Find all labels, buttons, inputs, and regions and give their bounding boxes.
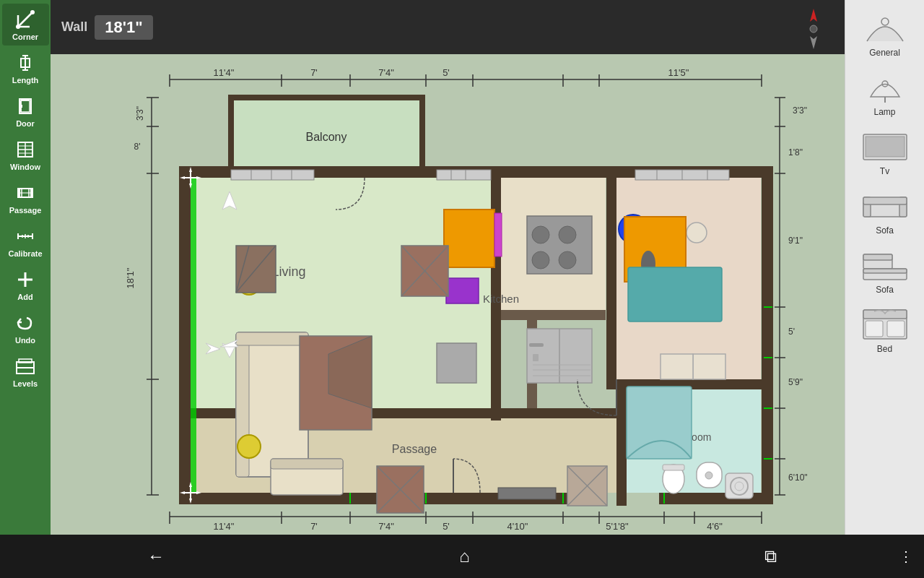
svg-text:4'10": 4'10" (507, 521, 528, 532)
svg-point-4 (30, 10, 35, 14)
svg-rect-155 (444, 210, 494, 267)
svg-rect-54 (887, 321, 905, 337)
svg-text:3'3": 3'3" (793, 105, 807, 116)
levels-icon (14, 355, 37, 378)
svg-rect-189 (661, 354, 693, 379)
top-bar: Wall 18'1" (51, 0, 845, 54)
svg-text:Passage: Passage (392, 443, 437, 455)
svg-rect-166 (533, 354, 539, 361)
levels-tool[interactable]: Levels (2, 350, 49, 392)
tv-preview (856, 125, 914, 165)
svg-text:7': 7' (310, 521, 318, 532)
svg-text:3'3": 3'3" (135, 106, 145, 121)
wall-label: Wall (61, 20, 87, 35)
passage-tool[interactable]: Passage (2, 177, 49, 219)
svg-rect-115 (762, 166, 773, 499)
sofa1-label: Sofa (876, 225, 894, 236)
svg-rect-130 (616, 379, 627, 506)
svg-rect-157 (494, 213, 502, 256)
floorplan-svg: 11'4" 7' 7'4" 5' 11'5" 11'4" 7' 7'4" 5' … (51, 54, 845, 535)
sofa2-label: Sofa (876, 285, 894, 295)
svg-text:18'1": 18'1" (125, 267, 136, 288)
furniture-bed[interactable]: Bed (849, 300, 921, 357)
svg-point-38 (881, 18, 889, 25)
bed-label: Bed (877, 344, 892, 354)
furniture-sofa1[interactable]: Sofa (849, 181, 921, 238)
length-tool[interactable]: Length (2, 47, 49, 89)
general-preview (856, 7, 914, 46)
svg-rect-140 (236, 332, 308, 345)
svg-rect-136 (501, 310, 606, 320)
svg-text:9'1": 9'1" (788, 236, 803, 246)
back-button[interactable]: ← (133, 540, 179, 572)
svg-rect-125 (606, 178, 616, 380)
svg-text:5'9": 5'9" (788, 377, 803, 387)
svg-rect-154 (191, 178, 196, 493)
svg-rect-23 (30, 189, 32, 197)
door-tool[interactable]: Door (2, 90, 49, 132)
svg-rect-188 (693, 354, 725, 379)
undo-icon (14, 311, 37, 335)
calibrate-icon (14, 225, 37, 248)
floorplan-area[interactable]: 11'4" 7' 7'4" 5' 11'5" 11'4" 7' 7'4" 5' … (51, 54, 845, 535)
undo-tool[interactable]: Undo (2, 307, 49, 349)
svg-rect-121 (491, 178, 501, 380)
home-button[interactable]: ⌂ (445, 540, 484, 572)
svg-rect-135 (491, 379, 501, 420)
svg-text:7': 7' (310, 67, 318, 78)
svg-text:5': 5' (443, 67, 450, 78)
wall-value: 18'1" (95, 15, 152, 40)
svg-rect-187 (628, 267, 722, 322)
svg-rect-171 (231, 170, 314, 180)
compass (794, 7, 830, 47)
bed-preview (856, 303, 914, 342)
door-icon (14, 95, 37, 118)
svg-text:11'5": 11'5" (668, 67, 689, 78)
svg-rect-156 (446, 278, 479, 303)
svg-text:Balcony: Balcony (306, 131, 347, 143)
general-label: General (869, 48, 900, 58)
add-tool[interactable]: Add (2, 264, 49, 306)
window-tool[interactable]: Window (2, 134, 49, 176)
svg-rect-53 (866, 321, 883, 337)
passage-icon (14, 181, 37, 204)
svg-text:5': 5' (788, 327, 795, 337)
svg-rect-170 (437, 343, 476, 383)
svg-rect-142 (271, 459, 343, 469)
recent-button[interactable]: ⧉ (750, 540, 791, 572)
furniture-lamp[interactable]: Lamp (849, 63, 921, 120)
svg-text:1'8": 1'8" (788, 147, 803, 158)
furniture-tv[interactable]: Tv (849, 122, 921, 179)
svg-marker-36 (810, 36, 817, 49)
corner-tool[interactable]: Corner (2, 4, 49, 46)
svg-rect-165 (529, 343, 544, 347)
corner-icon (14, 8, 37, 31)
left-toolbar: Corner Length Door (0, 0, 51, 535)
furniture-sofa2[interactable]: Sofa (849, 241, 921, 298)
lamp-label: Lamp (873, 107, 895, 117)
svg-point-195 (705, 472, 712, 479)
more-button[interactable]: ⋮ (899, 548, 913, 565)
svg-rect-114 (179, 166, 191, 499)
svg-rect-175 (437, 170, 491, 180)
svg-rect-42 (866, 137, 905, 157)
svg-text:11'4": 11'4" (214, 521, 235, 532)
svg-rect-22 (18, 189, 20, 197)
svg-point-159 (532, 226, 549, 243)
furniture-general[interactable]: General (849, 4, 921, 61)
svg-rect-118 (659, 493, 773, 504)
svg-rect-34 (19, 359, 32, 363)
svg-text:4'6": 4'6" (707, 521, 723, 532)
calibrate-tool[interactable]: Calibrate (2, 220, 49, 262)
svg-rect-48 (863, 254, 892, 260)
svg-point-146 (237, 435, 261, 458)
svg-point-161 (532, 251, 549, 269)
svg-point-160 (559, 226, 576, 243)
svg-text:7'4": 7'4" (378, 521, 394, 532)
lamp-preview (856, 66, 914, 105)
svg-line-0 (18, 12, 32, 27)
tv-label: Tv (880, 166, 889, 176)
svg-point-184 (687, 223, 707, 243)
bottom-bar: ← ⌂ ⧉ ⋮ (0, 535, 924, 578)
add-icon (14, 268, 37, 291)
